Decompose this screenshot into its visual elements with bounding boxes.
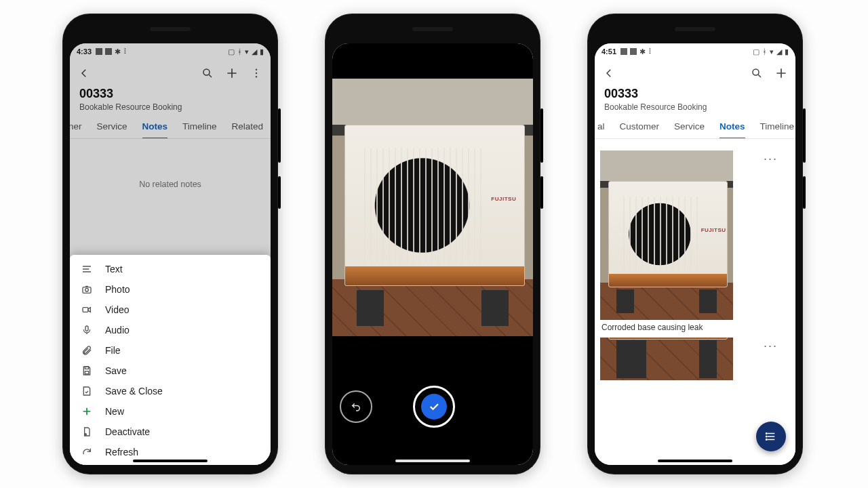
- wifi-icon: ▾: [245, 47, 249, 56]
- note-image-2: [600, 338, 733, 432]
- nav-bar[interactable]: [395, 460, 470, 462]
- wifi-icon: ▾: [770, 47, 774, 56]
- signal-icon: ◢: [252, 47, 257, 56]
- mic-icon: [81, 325, 93, 336]
- action-new[interactable]: New: [70, 401, 271, 422]
- note-caption-1: Corroded base causing leak: [600, 320, 790, 332]
- svg-point-11: [753, 69, 759, 75]
- tab-notes[interactable]: Notes: [142, 116, 168, 139]
- record-subtitle: Bookable Resource Booking: [604, 102, 786, 112]
- svg-point-2: [256, 73, 257, 74]
- notes-fab[interactable]: [756, 422, 786, 451]
- battery-icon: ▮: [785, 47, 789, 56]
- phone-frame-3: 4:51 ✱ ⠇ ▢ ᚼ ▾ ◢ ▮: [587, 14, 803, 474]
- svg-point-1: [256, 69, 257, 70]
- note-card-1[interactable]: ··· FUJITSU: [600, 150, 790, 332]
- note-menu-icon[interactable]: ···: [764, 339, 778, 353]
- back-icon[interactable]: [77, 66, 92, 81]
- back-icon[interactable]: [601, 66, 616, 81]
- status-bar: 4:51 ✱ ⠇ ▢ ᚼ ▾ ◢ ▮: [595, 43, 795, 60]
- status-icon: ⠇: [648, 47, 654, 56]
- camera-icon: [81, 284, 93, 295]
- more-vert-icon[interactable]: [249, 66, 264, 81]
- search-icon[interactable]: [749, 66, 764, 81]
- svg-rect-7: [85, 326, 88, 331]
- tab-customer[interactable]: Customer: [620, 116, 660, 138]
- refresh-icon: [81, 447, 93, 458]
- record-subtitle: Bookable Resource Booking: [79, 102, 261, 112]
- tab-owner[interactable]: ner: [70, 116, 82, 138]
- plus-icon: [81, 406, 93, 417]
- status-icon: [630, 48, 637, 55]
- battery-icon: ▮: [260, 47, 264, 56]
- svg-rect-6: [83, 308, 88, 312]
- action-file[interactable]: File: [70, 340, 271, 361]
- tab-notes[interactable]: Notes: [719, 116, 745, 139]
- signal-icon: ◢: [776, 47, 782, 56]
- camera-screen: FUJITSU: [332, 43, 533, 465]
- action-audio[interactable]: Audio: [70, 320, 271, 340]
- action-sheet: Text Photo Video Audio File Save Save & …: [70, 255, 271, 465]
- phone-frame-1: 4:33 ✱ ⠇ ▢ ᚼ ▾ ◢ ▮: [62, 14, 278, 474]
- status-bar: 4:33 ✱ ⠇ ▢ ᚼ ▾ ◢ ▮: [70, 43, 271, 60]
- status-icon: [105, 48, 112, 55]
- record-title: 00333: [79, 87, 261, 101]
- svg-point-13: [766, 436, 768, 437]
- status-icon: [96, 48, 102, 55]
- text-icon: [81, 264, 93, 274]
- note-menu-icon[interactable]: ···: [764, 152, 778, 166]
- clock: 4:33: [77, 47, 92, 56]
- action-photo[interactable]: Photo: [70, 279, 271, 300]
- action-video[interactable]: Video: [70, 300, 271, 320]
- app-bar: [595, 60, 795, 87]
- tab-general[interactable]: al: [597, 116, 605, 138]
- tab-service[interactable]: Service: [674, 116, 705, 138]
- app-bar: [70, 60, 271, 87]
- empty-notes-text: No related notes: [70, 180, 271, 189]
- note-card-2[interactable]: ···: [600, 338, 790, 432]
- speaker-slot: [150, 27, 191, 31]
- camera-confirm-button[interactable]: [413, 386, 455, 428]
- svg-point-3: [256, 76, 257, 77]
- speaker-slot: [675, 27, 715, 31]
- status-icon: ✱: [115, 47, 121, 56]
- bt-icon: ᚼ: [762, 47, 767, 56]
- clock: 4:51: [601, 47, 616, 56]
- action-save-close[interactable]: Save & Close: [70, 381, 271, 401]
- status-icon: ⠇: [123, 47, 129, 56]
- tab-related[interactable]: Related: [232, 116, 264, 138]
- svg-point-14: [766, 439, 768, 441]
- tab-bar: al Customer Service Notes Timeline: [595, 116, 795, 139]
- deactivate-icon: [81, 426, 93, 437]
- bt-icon: ᚼ: [237, 47, 242, 56]
- record-title: 00333: [604, 87, 786, 101]
- svg-rect-9: [85, 371, 88, 374]
- add-icon[interactable]: [774, 66, 789, 81]
- save-icon: [81, 365, 93, 376]
- nav-bar[interactable]: [658, 460, 732, 462]
- nav-bar[interactable]: [133, 460, 208, 462]
- cast-icon: ▢: [228, 47, 235, 56]
- add-icon[interactable]: [224, 66, 239, 81]
- save-close-icon: [81, 386, 93, 396]
- svg-point-0: [203, 69, 210, 75]
- video-icon: [81, 304, 93, 315]
- status-icon: [620, 48, 627, 55]
- speaker-slot: [412, 27, 453, 31]
- action-save[interactable]: Save: [70, 361, 271, 381]
- action-deactivate[interactable]: Deactivate: [70, 422, 271, 442]
- action-text[interactable]: Text: [70, 259, 271, 279]
- tab-service[interactable]: Service: [97, 116, 127, 138]
- svg-point-5: [85, 288, 89, 291]
- svg-rect-8: [85, 367, 88, 369]
- note-image-1: FUJITSU: [600, 150, 733, 320]
- tab-timeline[interactable]: Timeline: [760, 116, 795, 138]
- status-icon: ✱: [639, 47, 646, 56]
- search-icon[interactable]: [200, 66, 215, 81]
- tab-timeline[interactable]: Timeline: [182, 116, 217, 138]
- tab-bar: ner Service Notes Timeline Related: [70, 116, 271, 139]
- camera-undo-button[interactable]: [340, 390, 372, 423]
- svg-point-12: [766, 433, 768, 434]
- attach-icon: [81, 345, 93, 356]
- phone-frame-2: FUJITSU: [325, 14, 540, 474]
